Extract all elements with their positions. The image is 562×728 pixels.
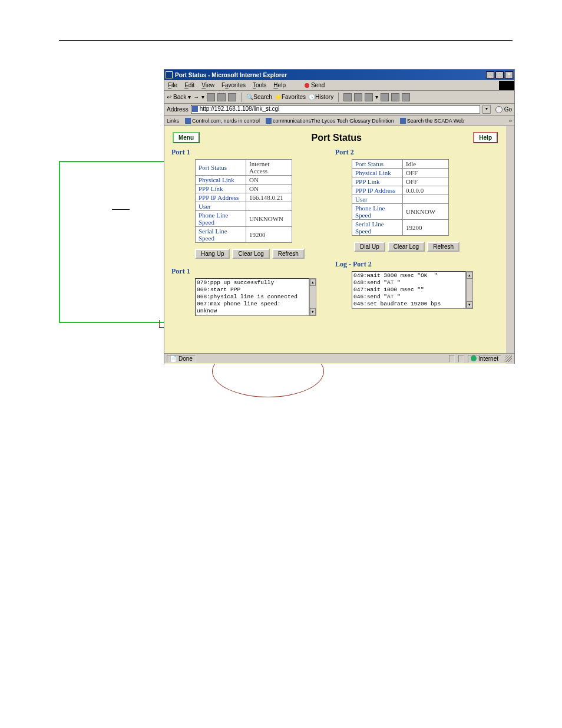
port1-phone-speed: UNKNOWN [246, 211, 292, 227]
toolbar: ↩ Back ▾ → ▾ 🔍Search ⭐Favorites 🕓History… [164, 91, 514, 104]
page-help-button[interactable]: Help [473, 132, 498, 143]
menu-help[interactable]: Help [273, 82, 286, 88]
label-port-status: Port Status [196, 160, 246, 176]
page-title: Port Status [312, 133, 362, 143]
port2-user [403, 195, 449, 204]
label-phone-speed: Phone Line Speed [352, 204, 403, 220]
discuss-icon[interactable] [381, 93, 389, 101]
dial-up-button[interactable]: Dial Up [354, 242, 385, 252]
port2-ppp-ip: 0.0.0.0 [403, 186, 449, 195]
log1: 070:ppp up successfully 069:start PPP 06… [195, 278, 309, 316]
status-pane-2 [458, 355, 464, 363]
menu-bar: File Edit View Favorites Tools Help Send [164, 80, 514, 91]
refresh-button-1[interactable]: Refresh [272, 249, 305, 259]
port1-serial-speed: 19200 [246, 227, 292, 243]
callout-line [112, 209, 130, 210]
label-ppp-link: PPP Link [352, 177, 403, 186]
scroll-up-button[interactable]: ▴ [506, 126, 514, 134]
port1-heading: Port 1 [171, 148, 335, 157]
stop-icon[interactable] [207, 93, 215, 101]
search-button[interactable]: 🔍Search [246, 94, 272, 100]
clear-log-button-2[interactable]: Clear Log [388, 242, 425, 252]
print-icon[interactable] [354, 93, 362, 101]
address-bar: Address http://192.168.1.108/link_st.cgi… [164, 104, 514, 116]
port2-phone-speed: UNKNOW [403, 204, 449, 220]
internet-zone-icon [471, 355, 477, 361]
minimize-button[interactable]: _ [486, 71, 494, 78]
address-dropdown[interactable]: ▾ [482, 105, 491, 114]
clear-log-button-1[interactable]: Clear Log [232, 249, 269, 259]
label-serial-speed: Serial Line Speed [196, 227, 246, 243]
address-input[interactable]: http://192.168.1.108/link_st.cgi [191, 105, 480, 114]
close-button[interactable]: × [505, 71, 513, 78]
menu-edit[interactable]: Edit [184, 82, 194, 88]
page-icon [266, 118, 272, 124]
menu-send[interactable]: Send [305, 82, 325, 88]
port1-ppp-link: ON [246, 185, 292, 193]
port2-serial-speed: 19200 [403, 220, 449, 236]
page-viewport: ▴ ▾ Menu Port Status Help Port 1 Port St… [164, 126, 514, 364]
ie-throbber-icon [499, 81, 514, 90]
maximize-button[interactable]: □ [495, 71, 504, 78]
forward-button[interactable]: → [193, 94, 199, 100]
hang-up-button[interactable]: Hang Up [195, 249, 230, 259]
log1-scrollbar[interactable]: ▴▾ [309, 278, 316, 316]
port2-status: Idle [403, 160, 449, 169]
refresh-icon[interactable] [217, 93, 226, 101]
label-user: User [352, 195, 403, 204]
label-serial-speed: Serial Line Speed [352, 220, 403, 236]
log1-heading: Port 1 [171, 267, 335, 276]
port2-ppp-link: OFF [403, 177, 449, 186]
port1-table: Port StatusInternet Access Physical Link… [195, 159, 292, 243]
callout-box [59, 161, 165, 323]
resize-grip[interactable] [505, 355, 512, 362]
port1-physical: ON [246, 176, 292, 185]
home-icon[interactable] [228, 93, 236, 101]
title-bar: Port Status - Microsoft Internet Explore… [164, 70, 514, 80]
page-icon [400, 118, 406, 124]
port2-heading: Port 2 [335, 148, 499, 157]
status-bar: 📄 Done Internet [164, 353, 514, 363]
port1-ppp-ip: 166.148.0.21 [246, 193, 292, 202]
mail-icon[interactable] [343, 93, 352, 101]
label-port-status: Port Status [352, 160, 403, 169]
port1-user [246, 202, 292, 211]
label-physical-link: Physical Link [352, 169, 403, 177]
status-pane-1 [449, 355, 455, 363]
port2-physical: OFF [403, 169, 449, 177]
menu-favorites[interactable]: Favorites [222, 82, 246, 88]
refresh-button-2[interactable]: Refresh [427, 242, 459, 252]
history-button[interactable]: 🕓History [308, 94, 333, 100]
page-icon [185, 118, 191, 124]
link-control-com[interactable]: Control.com, nerds in control [185, 118, 260, 124]
page-separator [59, 40, 513, 41]
window-title: Port Status - Microsoft Internet Explore… [175, 72, 287, 78]
favorites-button[interactable]: ⭐Favorites [275, 94, 306, 100]
menu-file[interactable]: File [168, 82, 177, 88]
page-menu-button[interactable]: Menu [173, 132, 200, 143]
link-communications[interactable]: communicationsThe Lycos Tech Glossary De… [266, 118, 394, 124]
address-label: Address [167, 106, 189, 113]
links-bar: Links Control.com, nerds in control comm… [164, 116, 514, 126]
links-overflow[interactable]: » [507, 118, 514, 124]
menu-tools[interactable]: Tools [253, 82, 266, 88]
label-physical-link: Physical Link [196, 176, 246, 185]
label-ppp-ip: PPP IP Address [352, 186, 403, 195]
log2-heading: Log - Port 2 [335, 260, 499, 269]
status-zone: Internet [468, 355, 501, 363]
go-button[interactable]: Go [493, 106, 514, 113]
back-button[interactable]: ↩ Back ▾ [167, 94, 191, 100]
log1-text[interactable]: 070:ppp up successfully 069:start PPP 06… [195, 278, 309, 316]
log2-text[interactable]: 049:wait 3000 msec "OK " 048:send "AT " … [352, 271, 466, 309]
log2: 049:wait 3000 msec "OK " 048:send "AT " … [352, 271, 466, 309]
ie-icon [166, 71, 173, 78]
toolbar-icon-a[interactable] [391, 93, 399, 101]
link-scada[interactable]: Search the SCADA Web [400, 118, 464, 124]
toolbar-icon-b[interactable] [402, 93, 410, 101]
menu-view[interactable]: View [201, 82, 214, 88]
log2-scrollbar[interactable]: ▴▾ [466, 271, 473, 309]
edit-icon[interactable] [365, 93, 373, 101]
status-done: 📄 Done [167, 355, 196, 363]
arrow-3-vert [159, 320, 160, 327]
label-user: User [196, 202, 246, 211]
